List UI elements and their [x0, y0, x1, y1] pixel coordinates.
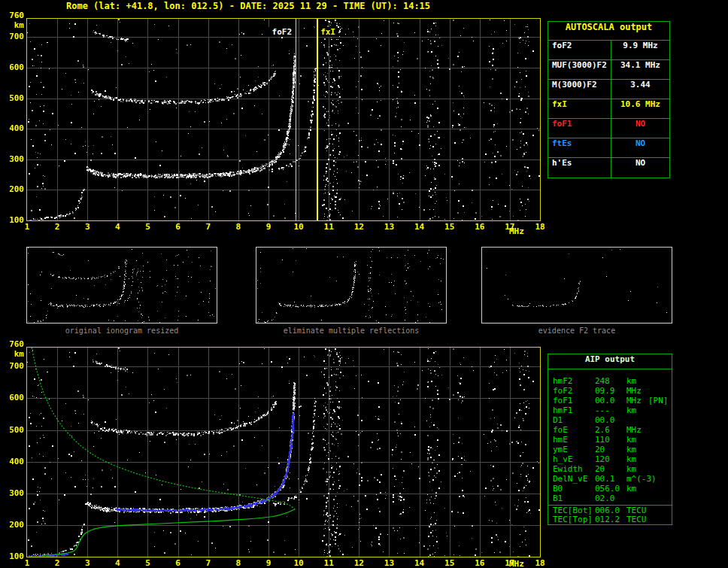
autoscala-row: MUF(3000)F234.1 MHz [548, 60, 669, 80]
aip-row: Ewidth20km [548, 464, 672, 474]
aip-param-unit: km [626, 435, 636, 445]
aip-param-name: B0 [553, 484, 563, 494]
aip-output-table: AIP output hmF2248kmfoF209.9MHzfoF100.0M… [548, 354, 672, 525]
aip-row: TEC[Top]012.2TECU [548, 515, 672, 524]
autoscala-param-label: M(3000)F2 [548, 80, 611, 99]
aip-row: foE2.6MHz [548, 425, 672, 435]
y-axis-tick-label: 400 [2, 124, 24, 132]
aip-param-name: TEC[Top] [553, 515, 593, 524]
autoscala-row: M(3000)F23.44 [548, 80, 669, 99]
autoscala-table-body: foF29.9 MHzMUF(3000)F234.1 MHzM(3000)F23… [548, 41, 669, 178]
aip-param-value: 2.6 [595, 425, 610, 435]
y-axis-tick-label: 700 [2, 32, 24, 41]
aip-param-value: 20 [595, 445, 605, 454]
panel-caption-eliminate: eliminate multiple reflections [256, 327, 447, 335]
aip-param-value: 00.0 [595, 415, 615, 425]
aip-param-name: hmF1 [553, 405, 573, 415]
autoscala-param-label: h'Es [548, 158, 611, 178]
aip-param-value: 120 [595, 454, 610, 464]
aip-row: DelN_vE00.1m^(-3) [548, 474, 672, 484]
x-axis-tick-label: 6 [171, 559, 186, 567]
fxi-marker-label: fxI [320, 27, 336, 37]
y-axis-unit-label: km [2, 350, 24, 358]
aip-row: ymE20km [548, 445, 672, 454]
panel-caption-evidence: evidence F2 trace [481, 327, 672, 335]
aip-param-unit: km [626, 464, 636, 474]
autoscala-param-label: fxI [548, 99, 611, 118]
x-axis-tick-label: 8 [231, 223, 246, 231]
y-axis-tick-label: 400 [2, 457, 24, 466]
y-axis-max-label: 760 [2, 11, 24, 20]
autoscala-output-table: AUTOSCALA output foF29.9 MHzMUF(3000)F23… [548, 21, 670, 178]
y-axis-tick-label: 200 [2, 521, 24, 529]
aip-row: foF100.0MHz[PN] [548, 396, 672, 405]
x-axis-tick-label: 5 [140, 223, 155, 231]
x-axis-tick-label: 7 [201, 223, 216, 231]
x-axis-tick-label: 11 [321, 559, 336, 567]
panel-evidence-f2-trace-canvas [482, 248, 672, 323]
autoscala-param-value: 3.44 [611, 80, 669, 99]
x-axis-tick-label: 9 [261, 223, 276, 231]
y-axis-tick-label: 300 [2, 489, 24, 497]
autoscala-table-title: AUTOSCALA output [548, 22, 669, 41]
aip-row: hmE110km [548, 435, 672, 445]
x-axis-tick-label: 1 [20, 223, 35, 231]
aip-param-unit: km [626, 376, 636, 386]
aip-param-name: DelN_vE [553, 474, 587, 484]
aip-row: foF209.9MHz [548, 386, 672, 396]
aip-param-value: 09.9 [595, 386, 615, 396]
aip-row: h_vE120km [548, 454, 672, 464]
panel-original-ionogram-canvas [27, 248, 217, 323]
x-axis-tick-label: 18 [532, 223, 548, 231]
aip-param-unit: MHz [626, 386, 642, 396]
aip-param-extra: [PN] [648, 396, 669, 405]
aip-param-name: h_vE [553, 454, 573, 464]
aip-row: hmF2248km [548, 376, 672, 386]
aip-param-value: 110 [595, 435, 610, 445]
y-axis-tick-label: 700 [2, 362, 24, 370]
aip-row: TEC[Bot]006.0TECU [548, 505, 672, 515]
aip-param-name: Ewidth [553, 464, 583, 474]
x-axis-tick-label: 11 [321, 223, 336, 231]
x-axis-unit-label: MHz [509, 560, 524, 568]
aip-row: D100.0 [548, 415, 672, 425]
aip-param-unit: TECU [626, 515, 647, 524]
autoscala-param-label: MUF(3000)F2 [548, 60, 611, 79]
aip-param-unit: MHz [626, 396, 642, 405]
autoscala-row: ftEsNO [548, 138, 669, 158]
main-ionogram-canvas [27, 19, 540, 220]
autoscala-row: fxI10.6 MHz [548, 99, 669, 119]
x-axis-tick-label: 18 [532, 559, 548, 567]
x-axis-tick-label: 14 [412, 223, 427, 231]
x-axis-tick-label: 7 [201, 559, 216, 567]
x-axis-tick-label: 4 [110, 559, 125, 567]
aip-param-value: 00.1 [595, 474, 615, 484]
aip-param-name: foE [553, 425, 568, 435]
autoscala-param-value: NO [611, 158, 669, 178]
y-axis-max-label: 760 [2, 340, 24, 348]
aip-param-unit: m^(-3) [626, 474, 657, 484]
aip-param-unit: km [626, 484, 636, 494]
autoscala-row: h'EsNO [548, 158, 669, 178]
x-axis-tick-label: 10 [291, 559, 306, 567]
y-axis-tick-label: 600 [2, 63, 24, 71]
aip-row: B102.0 [548, 494, 672, 503]
aip-param-unit: km [626, 405, 636, 415]
x-axis-tick-label: 3 [80, 223, 95, 231]
aip-param-unit: km [626, 445, 636, 454]
x-axis-tick-label: 15 [442, 223, 457, 231]
aip-param-name: hmF2 [553, 376, 573, 386]
autoscala-param-value: NO [611, 119, 669, 138]
x-axis-tick-label: 5 [140, 559, 155, 567]
autoscala-row: foF1NO [548, 119, 669, 138]
autoscala-app-screen: Rome (lat: +41.8, lon: 012.5) - DATE: 20… [0, 0, 728, 568]
autoscala-row: foF29.9 MHz [548, 41, 669, 60]
aip-param-value: 056.0 [595, 484, 620, 494]
y-axis-tick-label: 300 [2, 155, 24, 163]
aip-param-unit: km [626, 454, 636, 464]
x-axis-tick-label: 14 [412, 559, 427, 567]
autoscala-param-value: NO [611, 138, 669, 157]
x-axis-tick-label: 6 [171, 223, 186, 231]
aip-table-title: AIP output [548, 354, 672, 369]
x-axis-tick-label: 2 [50, 559, 65, 567]
